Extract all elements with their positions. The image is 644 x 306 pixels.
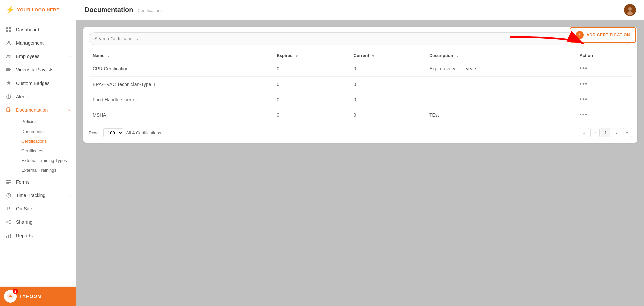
sidebar-item-sharing[interactable]: Sharing › xyxy=(0,215,76,229)
sidebar-item-videos[interactable]: Videos & Playlists › xyxy=(0,63,76,76)
svg-rect-29 xyxy=(8,235,9,238)
sidebar-item-label: Videos & Playlists xyxy=(16,67,69,72)
chevron-right-icon: › xyxy=(69,234,71,238)
sidebar-item-documentation[interactable]: Documentation ∨ xyxy=(0,103,76,117)
sort-arrow-expired: ∨ xyxy=(295,54,298,58)
add-cert-label: ADD CERTIFICATION xyxy=(586,33,630,37)
cell-name-0: CPR Certification xyxy=(89,61,273,76)
nav-sub-item-ext-training-types[interactable]: External Training Types xyxy=(16,156,76,165)
cell-name-1: EPA-HVAC Technician-Type II xyxy=(89,76,273,92)
add-certification-button[interactable]: + ADD CERTIFICATION xyxy=(570,27,636,43)
action-menu-button[interactable]: ••• xyxy=(579,81,588,87)
tyfoom-bar[interactable]: 2 TYFOOM xyxy=(0,286,76,306)
svg-point-10 xyxy=(8,95,9,96)
sidebar-item-label: Employees xyxy=(16,54,69,59)
svg-line-26 xyxy=(8,221,9,222)
col-header-action: Action xyxy=(575,50,632,61)
sidebar-item-label: Alerts xyxy=(16,94,69,99)
sidebar-item-custom-badges[interactable]: Custom Badges xyxy=(0,76,76,90)
table-row: MSHA 0 0 TEst ••• xyxy=(89,107,632,123)
first-page-button[interactable]: « xyxy=(580,128,589,137)
cell-action-2[interactable]: ••• xyxy=(575,92,632,107)
sidebar-item-dashboard[interactable]: Dashboard xyxy=(0,23,76,36)
col-header-current: Current ∨ xyxy=(350,50,425,61)
page-controls: « ‹ 1 › » xyxy=(580,128,632,137)
search-input[interactable] xyxy=(89,32,632,45)
svg-rect-11 xyxy=(8,96,9,98)
main-area: Documentation Certifications + ADD CERTI… xyxy=(76,0,644,306)
next-page-button[interactable]: › xyxy=(612,128,621,137)
sidebar-item-management[interactable]: Management › xyxy=(0,36,76,50)
nav-sub-item-ext-trainings[interactable]: External Trainings xyxy=(16,165,76,175)
total-label: All 4 Certifications xyxy=(126,130,161,135)
grid-icon xyxy=(5,26,12,33)
cell-action-0[interactable]: ••• xyxy=(575,61,632,76)
chevron-right-icon: › xyxy=(69,207,71,211)
rows-selector: Rows: 100 50 25 All 4 Certifications xyxy=(89,128,161,137)
chevron-right-icon: › xyxy=(69,95,71,99)
certifications-table-container: Name ∨ Expired ∨ Current ∨ Description xyxy=(83,27,637,143)
onsite-icon xyxy=(5,205,12,212)
alerts-icon xyxy=(5,93,12,100)
svg-rect-7 xyxy=(6,68,10,71)
svg-point-25 xyxy=(9,223,11,224)
chevron-down-icon: ∨ xyxy=(68,108,71,112)
svg-point-6 xyxy=(9,55,11,56)
action-menu-button[interactable]: ••• xyxy=(579,65,588,72)
cell-name-2: Food Handlers permit xyxy=(89,92,273,107)
certifications-table: Name ∨ Expired ∨ Current ∨ Description xyxy=(89,50,632,122)
nav-sub-item-certifications[interactable]: Certifications xyxy=(16,136,76,146)
sharing-icon xyxy=(5,219,12,225)
svg-point-5 xyxy=(7,55,9,56)
sort-arrow-name: ∨ xyxy=(107,54,110,58)
col-header-name: Name ∨ xyxy=(89,50,273,61)
sidebar-item-alerts[interactable]: Alerts › xyxy=(0,90,76,103)
topbar-left: Documentation Certifications xyxy=(85,6,163,14)
avatar[interactable] xyxy=(624,4,636,16)
plus-circle-icon: + xyxy=(576,31,584,39)
sidebar-item-employees[interactable]: Employees › xyxy=(0,50,76,63)
sidebar-item-label: Documentation xyxy=(16,107,68,113)
sidebar-item-label: Custom Badges xyxy=(16,81,71,86)
tyfoom-icon: 2 xyxy=(4,290,17,303)
sidebar-item-label: Management xyxy=(16,40,69,46)
last-page-button[interactable]: » xyxy=(623,128,632,137)
sidebar-item-reports[interactable]: Reports › xyxy=(0,229,76,242)
nav-sub-item-certificates[interactable]: Certificates xyxy=(16,146,76,156)
time-icon xyxy=(5,192,12,199)
svg-rect-17 xyxy=(6,182,11,183)
svg-rect-3 xyxy=(9,30,11,32)
notification-badge: 2 xyxy=(13,289,18,294)
chevron-right-icon: › xyxy=(69,180,71,184)
action-menu-button[interactable]: ••• xyxy=(579,111,588,118)
prev-page-button[interactable]: ‹ xyxy=(590,128,600,137)
page-title: Documentation xyxy=(85,6,133,14)
svg-point-22 xyxy=(8,207,10,209)
cell-description-1 xyxy=(425,76,575,92)
cell-current-2: 0 xyxy=(350,92,425,107)
svg-rect-18 xyxy=(6,183,9,184)
sidebar-item-forms[interactable]: Forms › xyxy=(0,175,76,189)
svg-marker-8 xyxy=(10,69,11,71)
action-menu-button[interactable]: ••• xyxy=(579,96,588,103)
cell-action-3[interactable]: ••• xyxy=(575,107,632,123)
sort-arrow-current: ∨ xyxy=(372,54,374,58)
sidebar-item-label: Forms xyxy=(16,179,69,185)
cell-description-2 xyxy=(425,92,575,107)
cell-action-1[interactable]: ••• xyxy=(575,76,632,92)
table-row: EPA-HVAC Technician-Type II 0 0 ••• xyxy=(89,76,632,92)
sidebar-item-time-tracking[interactable]: Time Tracking › xyxy=(0,189,76,202)
sidebar-item-on-site[interactable]: On-Site › xyxy=(0,202,76,215)
forms-icon xyxy=(5,178,12,185)
cell-current-1: 0 xyxy=(350,76,425,92)
rows-select[interactable]: 100 50 25 xyxy=(103,128,123,137)
sort-arrow-description: ∨ xyxy=(456,54,459,58)
nav-sub-item-documents[interactable]: Documents xyxy=(16,126,76,136)
col-action-label: Action xyxy=(579,53,593,58)
chevron-right-icon: › xyxy=(69,220,71,224)
tyfoom-label: TYFOOM xyxy=(19,294,42,299)
svg-rect-28 xyxy=(6,236,7,238)
cell-expired-1: 0 xyxy=(273,76,349,92)
nav-sub-item-policies[interactable]: Policies xyxy=(16,117,76,126)
svg-point-4 xyxy=(8,41,10,43)
